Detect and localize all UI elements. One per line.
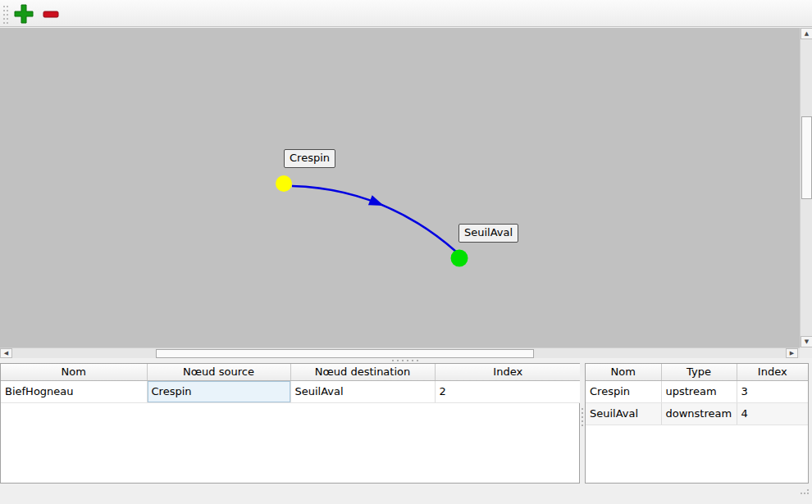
cell-reach-source[interactable]: Crespin bbox=[147, 380, 290, 402]
scroll-left-icon: ◀ bbox=[4, 351, 8, 356]
nodes-header-index[interactable]: Index bbox=[737, 364, 808, 380]
nodes-header-type[interactable]: Type bbox=[661, 364, 737, 380]
pane-grip-icon bbox=[582, 408, 583, 410]
table-row: BiefHogneau Crespin SeuilAval 2 bbox=[1, 380, 581, 402]
nodes-header-nom[interactable]: Nom bbox=[586, 364, 661, 380]
remove-button[interactable] bbox=[38, 2, 64, 25]
vertical-scroll-thumb[interactable] bbox=[801, 116, 812, 199]
horizontal-scroll-thumb[interactable] bbox=[156, 349, 534, 358]
table-row: Crespin upstream 3 bbox=[586, 380, 808, 402]
edge-arrowhead-icon bbox=[368, 195, 384, 206]
minus-icon bbox=[40, 3, 62, 25]
cell-node-type[interactable]: downstream bbox=[661, 402, 737, 425]
vertical-scrollbar[interactable]: ▲ ▼ bbox=[800, 28, 812, 347]
reaches-table: Nom Nœud source Nœud destination Index B… bbox=[0, 363, 580, 484]
graph-canvas[interactable]: Crespin SeuilAval bbox=[0, 28, 800, 347]
node-crespin[interactable] bbox=[276, 175, 292, 192]
app-window: Crespin SeuilAval ▲ ▼ ◀ ▶ Nom bbox=[0, 0, 812, 504]
scroll-up-icon: ▲ bbox=[805, 31, 809, 37]
nodes-header-row: Nom Type Index bbox=[586, 364, 808, 380]
nodes-table: Nom Type Index Crespin upstream 3 SeuilA… bbox=[585, 363, 809, 484]
scroll-up-button[interactable]: ▲ bbox=[801, 28, 812, 39]
node-label-seuilaval[interactable]: SeuilAval bbox=[458, 224, 518, 243]
plus-icon bbox=[13, 3, 34, 25]
horizontal-scrollbar[interactable]: ◀ ▶ bbox=[0, 347, 800, 358]
edge-biefhogneau[interactable] bbox=[292, 186, 456, 252]
scroll-down-button[interactable]: ▼ bbox=[801, 336, 812, 347]
scrollbar-corner bbox=[800, 347, 812, 358]
scroll-down-icon: ▼ bbox=[805, 339, 809, 345]
plus-shape bbox=[15, 5, 33, 23]
cell-reach-nom[interactable]: BiefHogneau bbox=[1, 380, 147, 402]
pane-grip-icon bbox=[392, 360, 394, 361]
scroll-left-button[interactable]: ◀ bbox=[0, 348, 12, 358]
toolbar-grip[interactable] bbox=[3, 6, 5, 7]
cell-node-index[interactable]: 3 bbox=[737, 380, 808, 402]
cell-reach-destination[interactable]: SeuilAval bbox=[290, 380, 435, 402]
cell-node-type[interactable]: upstream bbox=[661, 380, 737, 402]
scroll-right-icon: ▶ bbox=[790, 351, 794, 356]
table-row: SeuilAval downstream 4 bbox=[586, 402, 808, 425]
minus-shape bbox=[43, 11, 58, 17]
add-button[interactable] bbox=[11, 2, 37, 25]
reaches-header-noeud-source[interactable]: Nœud source bbox=[147, 364, 290, 380]
reaches-header-noeud-destination[interactable]: Nœud destination bbox=[290, 364, 435, 380]
cell-node-nom[interactable]: SeuilAval bbox=[586, 402, 661, 425]
toolbar bbox=[0, 0, 812, 27]
scroll-right-button[interactable]: ▶ bbox=[786, 348, 798, 358]
cell-node-index[interactable]: 4 bbox=[737, 402, 808, 425]
node-seuilaval[interactable] bbox=[451, 250, 468, 267]
reaches-header-row: Nom Nœud source Nœud destination Index bbox=[1, 364, 581, 380]
reaches-header-nom[interactable]: Nom bbox=[1, 364, 147, 380]
window-resize-grip[interactable] bbox=[801, 493, 802, 494]
cell-reach-index[interactable]: 2 bbox=[435, 380, 581, 402]
cell-node-nom[interactable]: Crespin bbox=[586, 380, 661, 402]
node-label-crespin[interactable]: Crespin bbox=[284, 149, 335, 168]
reaches-header-index[interactable]: Index bbox=[435, 364, 581, 380]
graph-svg bbox=[0, 28, 800, 347]
